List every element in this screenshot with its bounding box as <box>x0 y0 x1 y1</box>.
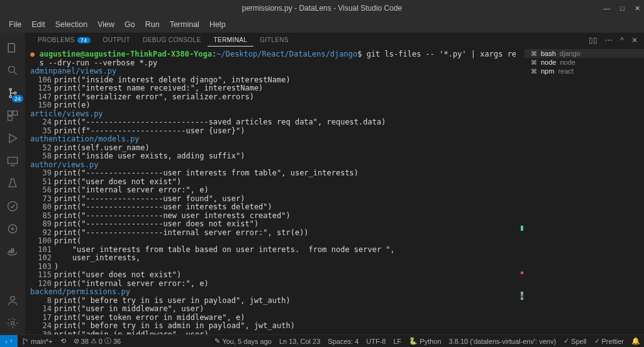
close-panel-icon[interactable]: ✕ <box>631 36 638 45</box>
menu-terminal[interactable]: Terminal <box>165 18 204 31</box>
status-branch[interactable]: main*+ <box>18 338 57 345</box>
status-blame[interactable]: ✎ You, 5 days ago <box>211 337 275 345</box>
status-prettier[interactable]: ✓ Prettier <box>591 337 628 345</box>
svg-point-8 <box>8 202 18 211</box>
accounts-icon[interactable] <box>0 289 25 312</box>
explorer-icon[interactable] <box>0 36 25 59</box>
tab-terminal[interactable]: TERMINAL <box>208 34 254 47</box>
svg-point-10 <box>11 228 13 229</box>
svg-rect-13 <box>11 249 13 251</box>
svg-rect-6 <box>8 116 13 121</box>
terminal-process[interactable]: ⌘node node <box>525 58 644 67</box>
svg-point-0 <box>8 66 14 72</box>
run-debug-icon[interactable] <box>0 127 25 150</box>
menu-bar: File Edit Selection View Go Run Terminal… <box>0 16 644 33</box>
testing-icon[interactable] <box>0 172 25 195</box>
status-eol[interactable]: LF <box>389 337 405 345</box>
tab-problems[interactable]: PROBLEMS74 <box>31 34 97 46</box>
docker-icon[interactable] <box>0 240 25 263</box>
svg-rect-5 <box>13 111 18 116</box>
status-problems[interactable]: ⊘ 38 ⚠ 0 ⓘ 36 <box>70 336 125 346</box>
close-icon[interactable]: ✕ <box>635 4 640 13</box>
liveshare-icon[interactable] <box>0 195 25 218</box>
maximize-panel-icon[interactable]: ^ <box>620 36 624 45</box>
more-icon[interactable]: ⋯ <box>605 36 613 45</box>
svg-point-17 <box>23 343 25 344</box>
menu-view[interactable]: View <box>92 18 119 31</box>
window-controls: — □ ✕ <box>603 0 640 16</box>
tab-gitlens[interactable]: GITLENS <box>253 34 295 46</box>
svg-point-14 <box>11 296 15 300</box>
scm-badge: 24 <box>12 95 23 102</box>
svg-point-16 <box>23 338 25 339</box>
menu-help[interactable]: Help <box>204 18 231 31</box>
terminal-icon: ⌘ <box>531 59 537 66</box>
remote-status-icon[interactable] <box>0 335 18 347</box>
svg-rect-11 <box>9 251 11 253</box>
remote-icon[interactable] <box>0 150 25 172</box>
menu-file[interactable]: File <box>4 18 26 31</box>
split-terminal-icon[interactable]: ▯▯ <box>589 36 597 45</box>
minimize-icon[interactable]: — <box>603 4 610 12</box>
status-cursor[interactable]: Ln 13, Col 23 <box>275 337 324 345</box>
source-control-icon[interactable]: 24 <box>0 82 25 104</box>
svg-point-3 <box>14 92 16 94</box>
svg-point-15 <box>11 322 14 325</box>
panel-tabs: PROBLEMS74 OUTPUT DEBUG CONSOLE TERMINAL… <box>25 33 644 48</box>
status-venv[interactable]: 3.8.10 ('datalens-virtual-env': venv) <box>445 337 560 345</box>
status-bar: main*+ ⟲ ⊘ 38 ⚠ 0 ⓘ 36 ✎ You, 5 days ago… <box>0 334 644 347</box>
svg-point-9 <box>8 224 16 233</box>
svg-rect-7 <box>8 157 18 163</box>
gitlens-icon[interactable] <box>0 218 25 240</box>
svg-rect-4 <box>8 111 13 116</box>
activity-bar: 24 <box>0 33 25 334</box>
terminal-process[interactable]: ⌘bash django <box>525 49 644 58</box>
menu-go[interactable]: Go <box>119 18 140 31</box>
terminal-process[interactable]: ⌘npm react <box>525 67 644 75</box>
title-bar: permissions.py - DataLens - Visual Studi… <box>0 0 644 16</box>
maximize-icon[interactable]: □ <box>620 4 625 12</box>
svg-point-2 <box>9 96 11 97</box>
terminal-scrollbar[interactable] <box>516 48 525 334</box>
extensions-icon[interactable] <box>0 104 25 127</box>
status-bell-icon[interactable]: 🔔 <box>628 337 644 345</box>
menu-run[interactable]: Run <box>140 18 165 31</box>
terminal-icon: ⌘ <box>531 68 537 75</box>
svg-rect-12 <box>11 251 13 253</box>
terminal-list: ⌘bash django⌘node node⌘npm react <box>525 48 644 334</box>
settings-icon[interactable] <box>0 312 25 334</box>
menu-selection[interactable]: Selection <box>50 18 92 31</box>
status-encoding[interactable]: UTF-8 <box>362 337 389 345</box>
window-title: permissions.py - DataLens - Visual Studi… <box>242 4 402 13</box>
status-lang[interactable]: 🐍 Python <box>405 337 445 345</box>
status-sync[interactable]: ⟲ <box>57 337 70 345</box>
menu-edit[interactable]: Edit <box>26 18 50 31</box>
tab-output[interactable]: OUTPUT <box>97 34 137 46</box>
status-spaces[interactable]: Spaces: 4 <box>324 337 362 345</box>
svg-point-1 <box>9 89 11 91</box>
tab-debug-console[interactable]: DEBUG CONSOLE <box>136 34 207 46</box>
status-spell[interactable]: ✓ Spell <box>560 337 590 345</box>
terminal-icon: ⌘ <box>531 50 537 57</box>
search-icon[interactable] <box>0 59 25 82</box>
terminal[interactable]: ● augustine@augustine-ThinkPad-X380-Yoga… <box>25 48 516 334</box>
